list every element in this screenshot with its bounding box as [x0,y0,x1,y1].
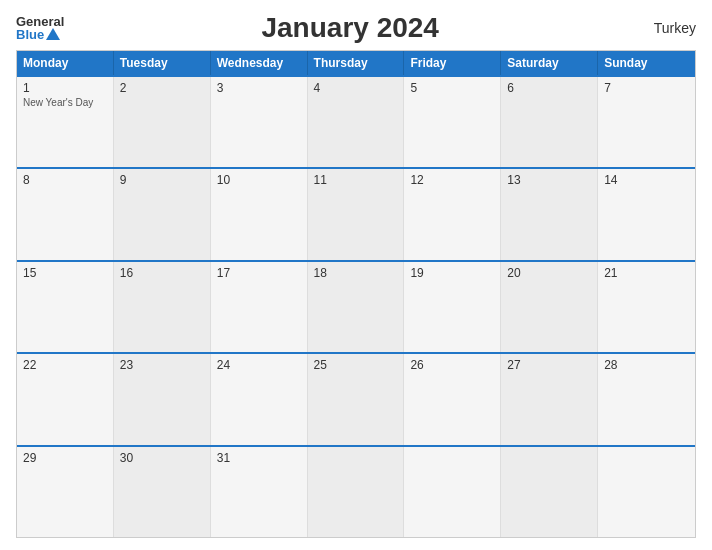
day-cell-19: 19 [404,262,501,352]
day-cell-12: 12 [404,169,501,259]
day-number: 6 [507,81,591,95]
day-number: 7 [604,81,689,95]
day-cell-27: 27 [501,354,598,444]
day-cell-2: 2 [114,77,211,167]
day-number: 9 [120,173,204,187]
day-cell-empty-2 [404,447,501,537]
day-number: 27 [507,358,591,372]
day-cell-26: 26 [404,354,501,444]
day-cell-21: 21 [598,262,695,352]
holiday-text: New Year's Day [23,97,107,108]
day-cell-16: 16 [114,262,211,352]
week-row-2: 8 9 10 11 12 13 14 [17,167,695,259]
day-number: 13 [507,173,591,187]
day-cell-22: 22 [17,354,114,444]
day-cell-empty-4 [598,447,695,537]
day-number: 21 [604,266,689,280]
day-number: 10 [217,173,301,187]
calendar-body: 1 New Year's Day 2 3 4 5 6 [17,75,695,537]
logo-triangle-icon [46,28,60,40]
day-number: 28 [604,358,689,372]
day-number: 26 [410,358,494,372]
day-number: 1 [23,81,107,95]
day-number: 22 [23,358,107,372]
day-number: 31 [217,451,301,465]
day-number: 5 [410,81,494,95]
day-number: 19 [410,266,494,280]
day-number: 17 [217,266,301,280]
day-number: 23 [120,358,204,372]
week-row-1: 1 New Year's Day 2 3 4 5 6 [17,75,695,167]
day-cell-30: 30 [114,447,211,537]
day-cell-25: 25 [308,354,405,444]
week-row-5: 29 30 31 [17,445,695,537]
header-saturday: Saturday [501,51,598,75]
day-cell-11: 11 [308,169,405,259]
day-cell-18: 18 [308,262,405,352]
day-cell-17: 17 [211,262,308,352]
day-number: 14 [604,173,689,187]
header-friday: Friday [404,51,501,75]
day-number: 25 [314,358,398,372]
country-label: Turkey [636,20,696,36]
header-sunday: Sunday [598,51,695,75]
day-number: 4 [314,81,398,95]
day-cell-4: 4 [308,77,405,167]
logo-blue-text: Blue [16,28,44,41]
day-cell-23: 23 [114,354,211,444]
day-cell-13: 13 [501,169,598,259]
day-cell-8: 8 [17,169,114,259]
day-number: 29 [23,451,107,465]
header-thursday: Thursday [308,51,405,75]
day-number: 15 [23,266,107,280]
day-cell-1: 1 New Year's Day [17,77,114,167]
day-cell-empty-1 [308,447,405,537]
calendar-header: General Blue January 2024 Turkey [16,12,696,44]
header-monday: Monday [17,51,114,75]
day-number: 18 [314,266,398,280]
calendar-page: General Blue January 2024 Turkey Monday … [0,0,712,550]
day-number: 24 [217,358,301,372]
day-number: 2 [120,81,204,95]
day-cell-28: 28 [598,354,695,444]
day-number: 3 [217,81,301,95]
day-cell-29: 29 [17,447,114,537]
day-cell-15: 15 [17,262,114,352]
week-row-3: 15 16 17 18 19 20 21 [17,260,695,352]
day-number: 20 [507,266,591,280]
calendar-grid: Monday Tuesday Wednesday Thursday Friday… [16,50,696,538]
logo: General Blue [16,15,64,42]
day-cell-7: 7 [598,77,695,167]
day-cell-31: 31 [211,447,308,537]
day-cell-9: 9 [114,169,211,259]
day-number: 8 [23,173,107,187]
day-cell-14: 14 [598,169,695,259]
day-number: 30 [120,451,204,465]
day-headers-row: Monday Tuesday Wednesday Thursday Friday… [17,51,695,75]
day-cell-24: 24 [211,354,308,444]
header-tuesday: Tuesday [114,51,211,75]
day-cell-20: 20 [501,262,598,352]
day-number: 12 [410,173,494,187]
day-number: 11 [314,173,398,187]
day-cell-10: 10 [211,169,308,259]
day-cell-empty-3 [501,447,598,537]
month-title: January 2024 [64,12,636,44]
day-cell-5: 5 [404,77,501,167]
day-cell-6: 6 [501,77,598,167]
day-cell-3: 3 [211,77,308,167]
day-number: 16 [120,266,204,280]
week-row-4: 22 23 24 25 26 27 28 [17,352,695,444]
logo-general-text: General [16,15,64,28]
header-wednesday: Wednesday [211,51,308,75]
